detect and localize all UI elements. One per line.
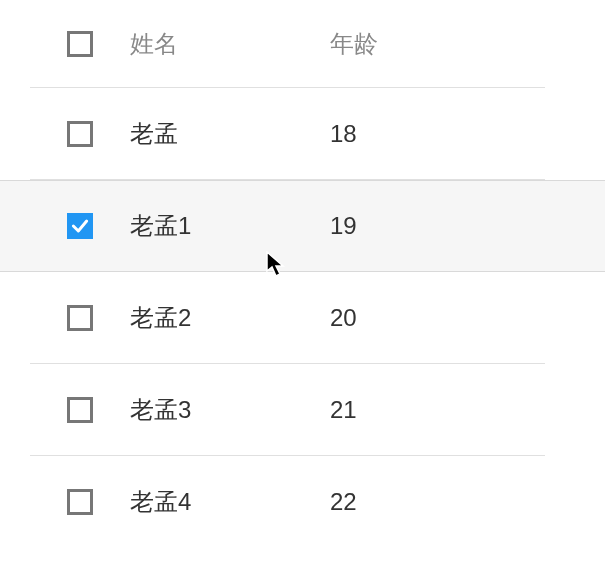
row-checkbox-cell	[30, 397, 130, 423]
row-checkbox[interactable]	[67, 489, 93, 515]
row-checkbox-cell	[30, 121, 130, 147]
row-checkbox[interactable]	[67, 305, 93, 331]
row-checkbox-cell	[30, 489, 130, 515]
table-row[interactable]: 老孟 18	[30, 88, 545, 180]
row-checkbox-cell	[30, 213, 130, 239]
data-table: 姓名 年龄 老孟 18 老孟1 19 老孟2 20 老孟3 21	[0, 0, 605, 548]
column-header-name[interactable]: 姓名	[130, 28, 330, 60]
row-name-cell: 老孟4	[130, 486, 330, 518]
table-header-row: 姓名 年龄	[30, 0, 545, 88]
row-age-cell: 22	[330, 488, 545, 516]
row-checkbox[interactable]	[67, 397, 93, 423]
table-row[interactable]: 老孟4 22	[30, 456, 545, 548]
row-name-cell: 老孟1	[130, 210, 330, 242]
check-icon	[70, 216, 90, 236]
row-name-cell: 老孟	[130, 118, 330, 150]
row-checkbox-cell	[30, 305, 130, 331]
select-all-checkbox[interactable]	[67, 31, 93, 57]
column-header-age[interactable]: 年龄	[330, 28, 545, 60]
row-age-cell: 19	[330, 212, 545, 240]
table-row[interactable]: 老孟2 20	[30, 272, 545, 364]
row-checkbox[interactable]	[67, 121, 93, 147]
row-name-cell: 老孟3	[130, 394, 330, 426]
table-row[interactable]: 老孟3 21	[30, 364, 545, 456]
row-age-cell: 21	[330, 396, 545, 424]
header-checkbox-cell	[30, 31, 130, 57]
row-checkbox[interactable]	[67, 213, 93, 239]
row-age-cell: 18	[330, 120, 545, 148]
row-age-cell: 20	[330, 304, 545, 332]
row-name-cell: 老孟2	[130, 302, 330, 334]
table-row[interactable]: 老孟1 19	[0, 180, 605, 272]
